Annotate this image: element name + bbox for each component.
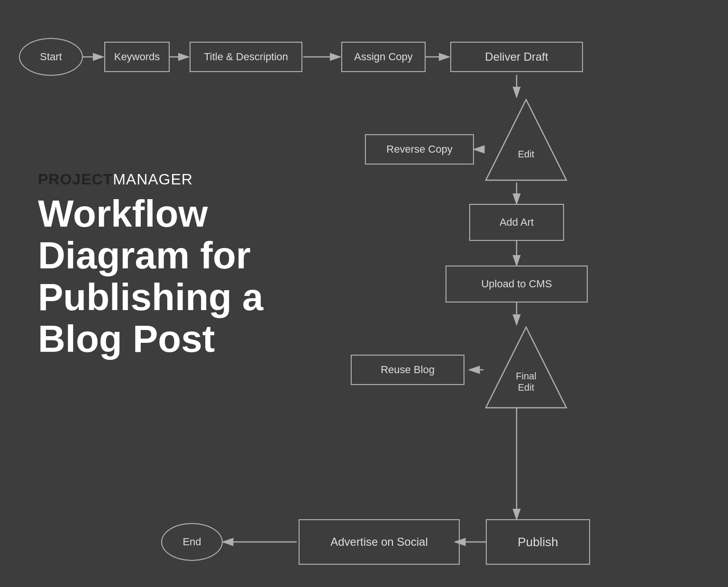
assign-copy-node: Assign Copy [341, 42, 426, 72]
add-art-node: Add Art [469, 204, 564, 241]
final-edit-label: Final Edit [516, 370, 536, 393]
upload-cms-label: Upload to CMS [481, 278, 552, 290]
svg-marker-15 [486, 100, 566, 180]
reuse-blog-node: Reuse Blog [351, 355, 464, 385]
brand-line: PROJECTMANAGER [38, 171, 322, 188]
title-desc-node: Title & Description [190, 42, 302, 72]
start-node: Start [19, 38, 83, 76]
assign-copy-label: Assign Copy [354, 51, 413, 63]
publish-node: Publish [486, 519, 590, 565]
brand-title: Workflow Diagram for Publishing a Blog P… [38, 193, 322, 360]
upload-cms-node: Upload to CMS [446, 266, 588, 303]
add-art-label: Add Art [500, 216, 534, 229]
reuse-blog-label: Reuse Blog [381, 364, 435, 376]
deliver-draft-node: Deliver Draft [450, 42, 583, 72]
brand-manager: MANAGER [113, 171, 193, 188]
end-node: End [161, 523, 223, 561]
start-label: Start [40, 51, 62, 63]
brand-project: PROJECT [38, 171, 113, 188]
edit-label: Edit [518, 148, 534, 160]
advertise-node: Advertise on Social [299, 519, 460, 565]
svg-marker-16 [486, 327, 566, 408]
deliver-draft-label: Deliver Draft [485, 50, 548, 64]
diagram: Start Keywords Title & Description Assig… [0, 0, 728, 587]
publish-label: Publish [518, 535, 558, 550]
final-edit-node: Final Edit [483, 325, 569, 410]
keywords-node: Keywords [104, 42, 170, 72]
advertise-label: Advertise on Social [330, 535, 428, 549]
reverse-copy-node: Reverse Copy [365, 134, 474, 165]
title-desc-label: Title & Description [204, 51, 288, 63]
keywords-label: Keywords [114, 51, 160, 63]
brand-container: PROJECTMANAGER Workflow Diagram for Publ… [38, 171, 322, 360]
end-label: End [182, 536, 201, 548]
edit-node: Edit [483, 97, 569, 183]
reverse-copy-label: Reverse Copy [386, 143, 452, 156]
